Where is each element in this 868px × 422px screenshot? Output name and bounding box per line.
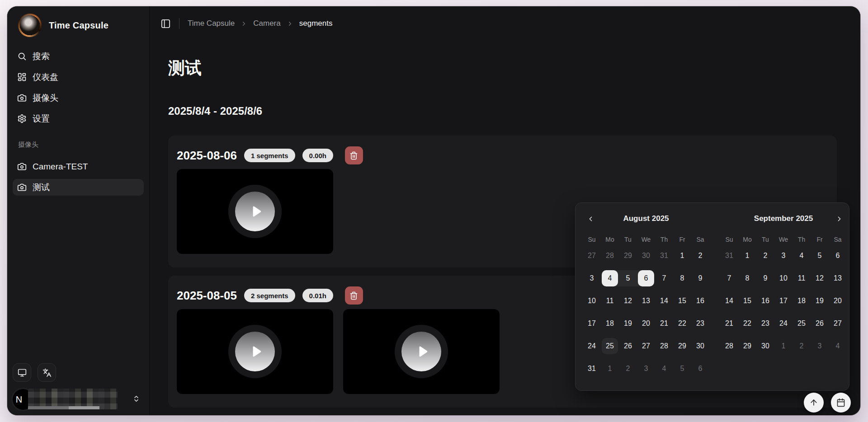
video-thumbnail[interactable] [343,309,500,394]
sidebar-camera-item[interactable]: 测试 [13,179,144,196]
sidebar-camera-item[interactable]: Camera-TEST [13,158,144,175]
sidebar-toggle-button[interactable] [160,19,171,29]
calendar-day[interactable]: 12 [619,290,637,312]
sidebar-item-camera[interactable]: 摄像头 [13,89,144,106]
calendar-day[interactable]: 2 [756,244,774,267]
calendar-day[interactable]: 5 [811,244,829,267]
calendar-day[interactable]: 27 [583,244,601,267]
calendar-day[interactable]: 6 [691,357,709,380]
calendar-day[interactable]: 6 [637,267,655,290]
calendar-day[interactable]: 4 [829,335,847,357]
calendar-day[interactable]: 24 [583,335,601,357]
calendar-day[interactable]: 27 [829,312,847,335]
calendar-day[interactable]: 2 [793,335,811,357]
calendar-day[interactable]: 4 [655,357,673,380]
calendar-day[interactable]: 18 [793,290,811,312]
calendar-day[interactable]: 1 [774,335,793,357]
calendar-day[interactable]: 24 [774,312,793,335]
open-calendar-button[interactable] [831,393,851,413]
calendar-day[interactable]: 30 [637,244,655,267]
calendar-day[interactable]: 13 [829,267,847,290]
calendar-day[interactable]: 28 [720,335,738,357]
calendar-day[interactable]: 7 [655,267,673,290]
calendar-day[interactable]: 5 [673,357,691,380]
calendar-day[interactable]: 29 [738,335,756,357]
video-thumbnail[interactable] [177,169,333,254]
calendar-day[interactable]: 6 [829,244,847,267]
calendar-day[interactable]: 11 [793,267,811,290]
calendar-day[interactable]: 16 [756,290,774,312]
calendar-day[interactable]: 19 [811,290,829,312]
calendar-prev-button[interactable] [584,212,597,225]
calendar-next-button[interactable] [832,212,846,225]
calendar-day[interactable]: 29 [673,335,691,357]
calendar-day[interactable]: 9 [756,267,774,290]
calendar-day[interactable]: 31 [655,244,673,267]
sidebar-item-dashboard[interactable]: 仪表盘 [13,69,144,85]
calendar-day[interactable]: 8 [673,267,691,290]
video-thumbnail[interactable] [177,309,333,394]
calendar-day[interactable]: 1 [601,357,619,380]
calendar-day[interactable]: 5 [619,267,637,290]
breadcrumb-item-time-capsule[interactable]: Time Capsule [188,19,235,28]
calendar-day[interactable]: 16 [691,290,709,312]
calendar-day[interactable]: 31 [720,244,738,267]
calendar-day[interactable]: 3 [811,335,829,357]
breadcrumb-item-camera[interactable]: Camera [253,19,280,28]
calendar-day[interactable]: 7 [720,267,738,290]
calendar-day[interactable]: 3 [637,357,655,380]
calendar-day[interactable]: 4 [601,267,619,290]
calendar-day[interactable]: 27 [637,335,655,357]
calendar-day[interactable]: 18 [601,312,619,335]
calendar-day[interactable]: 14 [655,290,673,312]
calendar-day[interactable]: 22 [673,312,691,335]
calendar-day[interactable]: 14 [720,290,738,312]
theme-toggle-button[interactable] [13,363,31,382]
calendar-day[interactable]: 29 [619,244,637,267]
calendar-day[interactable]: 23 [756,312,774,335]
calendar-day[interactable]: 8 [738,267,756,290]
calendar-day[interactable]: 25 [793,312,811,335]
play-button[interactable] [228,185,282,238]
calendar-day[interactable]: 3 [583,267,601,290]
calendar-day[interactable]: 1 [738,244,756,267]
calendar-day[interactable]: 28 [655,335,673,357]
delete-day-button[interactable] [345,286,363,305]
calendar-day[interactable]: 3 [774,244,793,267]
calendar-day[interactable]: 17 [583,312,601,335]
calendar-day[interactable]: 15 [738,290,756,312]
calendar-day[interactable]: 13 [637,290,655,312]
calendar-day[interactable]: 9 [691,267,709,290]
calendar-day[interactable]: 23 [691,312,709,335]
play-button[interactable] [228,325,282,378]
calendar-day[interactable]: 1 [673,244,691,267]
calendar-day[interactable]: 30 [691,335,709,357]
calendar-day[interactable]: 10 [774,267,793,290]
scroll-to-top-button[interactable] [804,393,824,413]
sidebar-item-settings[interactable]: 设置 [13,110,144,127]
calendar-day[interactable]: 2 [619,357,637,380]
calendar-day[interactable]: 21 [655,312,673,335]
delete-day-button[interactable] [345,146,363,164]
calendar-day[interactable]: 17 [774,290,793,312]
calendar-day[interactable]: 10 [583,290,601,312]
calendar-day[interactable]: 30 [756,335,774,357]
calendar-day[interactable]: 19 [619,312,637,335]
calendar-day[interactable]: 26 [811,312,829,335]
calendar-day[interactable]: 31 [583,357,601,380]
calendar-day[interactable]: 15 [673,290,691,312]
play-button[interactable] [395,325,448,378]
calendar-day[interactable]: 4 [793,244,811,267]
calendar-day[interactable]: 21 [720,312,738,335]
calendar-day[interactable]: 26 [619,335,637,357]
calendar-day[interactable]: 20 [637,312,655,335]
calendar-day[interactable]: 22 [738,312,756,335]
calendar-day[interactable]: 12 [811,267,829,290]
calendar-day[interactable]: 20 [829,290,847,312]
language-button[interactable] [38,363,56,382]
sidebar-item-search[interactable]: 搜索 [13,48,144,65]
calendar-day[interactable]: 11 [601,290,619,312]
calendar-day[interactable]: 28 [601,244,619,267]
calendar-day[interactable]: 25 [601,335,619,357]
calendar-day[interactable]: 2 [691,244,709,267]
